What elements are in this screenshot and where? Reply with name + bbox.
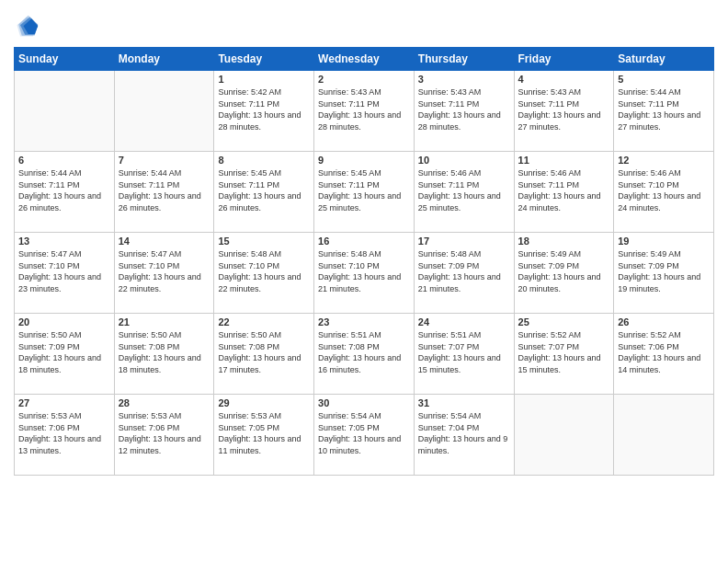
calendar-cell: 4Sunrise: 5:43 AMSunset: 7:11 PMDaylight… bbox=[514, 71, 614, 152]
day-number: 20 bbox=[18, 316, 110, 327]
day-number: 19 bbox=[618, 236, 710, 247]
calendar-cell: 2Sunrise: 5:43 AMSunset: 7:11 PMDaylight… bbox=[314, 71, 415, 152]
day-info: Sunrise: 5:45 AMSunset: 7:11 PMDaylight:… bbox=[218, 167, 310, 213]
day-info: Sunrise: 5:53 AMSunset: 7:06 PMDaylight:… bbox=[18, 410, 110, 456]
calendar-cell: 17Sunrise: 5:48 AMSunset: 7:09 PMDayligh… bbox=[414, 233, 514, 314]
day-number: 26 bbox=[618, 316, 710, 327]
calendar-cell: 16Sunrise: 5:48 AMSunset: 7:10 PMDayligh… bbox=[314, 233, 415, 314]
day-info: Sunrise: 5:48 AMSunset: 7:10 PMDaylight:… bbox=[318, 248, 410, 294]
day-info: Sunrise: 5:49 AMSunset: 7:09 PMDaylight:… bbox=[518, 248, 610, 294]
calendar-cell: 13Sunrise: 5:47 AMSunset: 7:10 PMDayligh… bbox=[15, 233, 115, 314]
day-number: 14 bbox=[119, 236, 210, 247]
weekday-header: Thursday bbox=[414, 48, 514, 71]
day-number: 29 bbox=[218, 397, 310, 408]
day-info: Sunrise: 5:52 AMSunset: 7:07 PMDaylight:… bbox=[518, 329, 610, 375]
day-info: Sunrise: 5:49 AMSunset: 7:09 PMDaylight:… bbox=[618, 248, 710, 294]
day-info: Sunrise: 5:46 AMSunset: 7:10 PMDaylight:… bbox=[618, 167, 710, 213]
calendar-cell: 14Sunrise: 5:47 AMSunset: 7:10 PMDayligh… bbox=[114, 233, 214, 314]
calendar-cell: 19Sunrise: 5:49 AMSunset: 7:09 PMDayligh… bbox=[614, 233, 714, 314]
calendar-cell: 3Sunrise: 5:43 AMSunset: 7:11 PMDaylight… bbox=[414, 71, 514, 152]
calendar-cell: 22Sunrise: 5:50 AMSunset: 7:08 PMDayligh… bbox=[214, 314, 314, 395]
day-info: Sunrise: 5:43 AMSunset: 7:11 PMDaylight:… bbox=[318, 86, 410, 132]
weekday-row: SundayMondayTuesdayWednesdayThursdayFrid… bbox=[15, 48, 714, 71]
day-number: 16 bbox=[318, 236, 410, 247]
day-info: Sunrise: 5:47 AMSunset: 7:10 PMDaylight:… bbox=[18, 248, 110, 294]
calendar-cell: 15Sunrise: 5:48 AMSunset: 7:10 PMDayligh… bbox=[214, 233, 314, 314]
calendar-cell: 8Sunrise: 5:45 AMSunset: 7:11 PMDaylight… bbox=[214, 152, 314, 233]
day-info: Sunrise: 5:51 AMSunset: 7:08 PMDaylight:… bbox=[318, 329, 410, 375]
day-info: Sunrise: 5:54 AMSunset: 7:04 PMDaylight:… bbox=[418, 410, 510, 456]
day-info: Sunrise: 5:44 AMSunset: 7:11 PMDaylight:… bbox=[618, 86, 710, 132]
calendar-body: 1Sunrise: 5:42 AMSunset: 7:11 PMDaylight… bbox=[15, 71, 714, 476]
calendar-cell bbox=[15, 71, 115, 152]
day-number: 4 bbox=[518, 74, 610, 85]
day-info: Sunrise: 5:53 AMSunset: 7:05 PMDaylight:… bbox=[218, 410, 310, 456]
day-info: Sunrise: 5:45 AMSunset: 7:11 PMDaylight:… bbox=[318, 167, 410, 213]
day-info: Sunrise: 5:43 AMSunset: 7:11 PMDaylight:… bbox=[518, 86, 610, 132]
calendar-week-row: 27Sunrise: 5:53 AMSunset: 7:06 PMDayligh… bbox=[15, 395, 714, 476]
logo bbox=[14, 14, 43, 40]
day-number: 6 bbox=[18, 155, 110, 166]
calendar-cell: 28Sunrise: 5:53 AMSunset: 7:06 PMDayligh… bbox=[114, 395, 214, 476]
calendar-cell: 23Sunrise: 5:51 AMSunset: 7:08 PMDayligh… bbox=[314, 314, 415, 395]
calendar-cell: 1Sunrise: 5:42 AMSunset: 7:11 PMDaylight… bbox=[214, 71, 314, 152]
day-number: 13 bbox=[18, 236, 110, 247]
calendar-cell bbox=[114, 71, 214, 152]
calendar-cell: 18Sunrise: 5:49 AMSunset: 7:09 PMDayligh… bbox=[514, 233, 614, 314]
day-number: 2 bbox=[318, 74, 410, 85]
weekday-header: Monday bbox=[114, 48, 214, 71]
calendar-cell: 27Sunrise: 5:53 AMSunset: 7:06 PMDayligh… bbox=[15, 395, 115, 476]
day-number: 24 bbox=[418, 316, 510, 327]
day-number: 1 bbox=[218, 74, 310, 85]
day-info: Sunrise: 5:44 AMSunset: 7:11 PMDaylight:… bbox=[18, 167, 110, 213]
day-number: 17 bbox=[418, 236, 510, 247]
calendar-cell: 12Sunrise: 5:46 AMSunset: 7:10 PMDayligh… bbox=[614, 152, 714, 233]
calendar-week-row: 1Sunrise: 5:42 AMSunset: 7:11 PMDaylight… bbox=[15, 71, 714, 152]
day-number: 15 bbox=[218, 236, 310, 247]
day-info: Sunrise: 5:48 AMSunset: 7:09 PMDaylight:… bbox=[418, 248, 510, 294]
day-info: Sunrise: 5:52 AMSunset: 7:06 PMDaylight:… bbox=[618, 329, 710, 375]
weekday-header: Sunday bbox=[15, 48, 115, 71]
day-info: Sunrise: 5:44 AMSunset: 7:11 PMDaylight:… bbox=[119, 167, 210, 213]
day-info: Sunrise: 5:48 AMSunset: 7:10 PMDaylight:… bbox=[218, 248, 310, 294]
day-number: 25 bbox=[518, 316, 610, 327]
calendar-week-row: 13Sunrise: 5:47 AMSunset: 7:10 PMDayligh… bbox=[15, 233, 714, 314]
day-info: Sunrise: 5:42 AMSunset: 7:11 PMDaylight:… bbox=[218, 86, 310, 132]
day-number: 18 bbox=[518, 236, 610, 247]
calendar-cell: 31Sunrise: 5:54 AMSunset: 7:04 PMDayligh… bbox=[414, 395, 514, 476]
calendar-cell: 9Sunrise: 5:45 AMSunset: 7:11 PMDaylight… bbox=[314, 152, 415, 233]
calendar-table: SundayMondayTuesdayWednesdayThursdayFrid… bbox=[14, 47, 714, 476]
day-number: 8 bbox=[218, 155, 310, 166]
calendar-cell: 6Sunrise: 5:44 AMSunset: 7:11 PMDaylight… bbox=[15, 152, 115, 233]
weekday-header: Tuesday bbox=[214, 48, 314, 71]
calendar-cell: 7Sunrise: 5:44 AMSunset: 7:11 PMDaylight… bbox=[114, 152, 214, 233]
calendar-cell: 25Sunrise: 5:52 AMSunset: 7:07 PMDayligh… bbox=[514, 314, 614, 395]
calendar-cell bbox=[514, 395, 614, 476]
weekday-header: Friday bbox=[514, 48, 614, 71]
day-number: 5 bbox=[618, 74, 710, 85]
day-number: 10 bbox=[418, 155, 510, 166]
calendar-cell bbox=[614, 395, 714, 476]
day-info: Sunrise: 5:54 AMSunset: 7:05 PMDaylight:… bbox=[318, 410, 410, 456]
calendar-cell: 5Sunrise: 5:44 AMSunset: 7:11 PMDaylight… bbox=[614, 71, 714, 152]
day-number: 27 bbox=[18, 397, 110, 408]
day-info: Sunrise: 5:46 AMSunset: 7:11 PMDaylight:… bbox=[418, 167, 510, 213]
day-info: Sunrise: 5:50 AMSunset: 7:08 PMDaylight:… bbox=[218, 329, 310, 375]
day-info: Sunrise: 5:53 AMSunset: 7:06 PMDaylight:… bbox=[119, 410, 210, 456]
calendar-week-row: 20Sunrise: 5:50 AMSunset: 7:09 PMDayligh… bbox=[15, 314, 714, 395]
weekday-header: Saturday bbox=[614, 48, 714, 71]
day-info: Sunrise: 5:46 AMSunset: 7:11 PMDaylight:… bbox=[518, 167, 610, 213]
day-info: Sunrise: 5:51 AMSunset: 7:07 PMDaylight:… bbox=[418, 329, 510, 375]
day-number: 23 bbox=[318, 316, 410, 327]
calendar-cell: 30Sunrise: 5:54 AMSunset: 7:05 PMDayligh… bbox=[314, 395, 415, 476]
calendar-cell: 21Sunrise: 5:50 AMSunset: 7:08 PMDayligh… bbox=[114, 314, 214, 395]
day-info: Sunrise: 5:43 AMSunset: 7:11 PMDaylight:… bbox=[418, 86, 510, 132]
day-info: Sunrise: 5:47 AMSunset: 7:10 PMDaylight:… bbox=[119, 248, 210, 294]
weekday-header: Wednesday bbox=[314, 48, 415, 71]
day-number: 9 bbox=[318, 155, 410, 166]
logo-icon bbox=[14, 14, 40, 40]
day-number: 7 bbox=[119, 155, 210, 166]
day-number: 3 bbox=[418, 74, 510, 85]
day-info: Sunrise: 5:50 AMSunset: 7:08 PMDaylight:… bbox=[119, 329, 210, 375]
calendar-cell: 20Sunrise: 5:50 AMSunset: 7:09 PMDayligh… bbox=[15, 314, 115, 395]
